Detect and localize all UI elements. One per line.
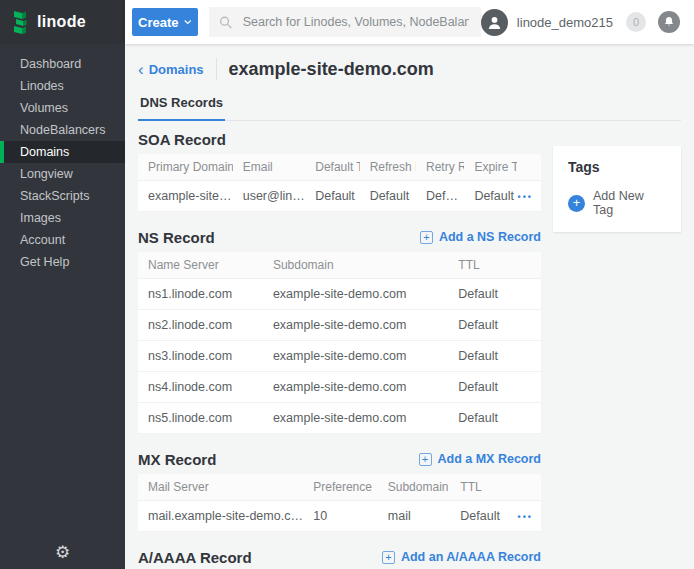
section-title: NS Record <box>138 229 215 246</box>
column-header: TTL <box>450 474 514 501</box>
table-row: ns5.linode.comexample-site-demo.comDefau… <box>138 403 541 434</box>
breadcrumb-back-link[interactable]: ‹ Domains <box>138 61 204 78</box>
brand-logo[interactable]: linode <box>0 0 125 44</box>
search-input[interactable] <box>241 14 471 30</box>
chevron-left-icon: ‹ <box>138 61 144 78</box>
table-cell: example-site-demo.com <box>263 372 448 403</box>
table-cell: Default <box>448 372 541 403</box>
notifications-bell-button[interactable] <box>658 11 680 33</box>
add-a-record-link[interactable]: +Add an A/AAAA Record <box>382 550 541 564</box>
sidebar-item-nodebalancers[interactable]: NodeBalancers <box>0 119 125 141</box>
sidebar-item-longview[interactable]: Longview <box>0 163 125 185</box>
column-header: Expire Time <box>464 154 516 181</box>
plus-square-icon: + <box>382 551 395 564</box>
user-icon <box>486 14 503 31</box>
table-cell: example-site-demo.com <box>138 181 233 212</box>
sidebar-item-volumes[interactable]: Volumes <box>0 97 125 119</box>
breadcrumb: ‹ Domains example-site-demo.com <box>138 56 681 82</box>
ns-record-table: Name ServerSubdomainTTLns1.linode.comexa… <box>138 252 541 434</box>
actions-column-header <box>517 154 541 181</box>
table-cell: Default <box>448 279 541 310</box>
breadcrumb-label: Domains <box>149 62 204 77</box>
sidebar: linode DashboardLinodesVolumesNodeBalanc… <box>0 0 125 569</box>
column-header: Preference <box>303 474 378 501</box>
table-cell: Default <box>448 403 541 434</box>
sidebar-item-dashboard[interactable]: Dashboard <box>0 53 125 75</box>
plus-square-icon: + <box>419 453 432 466</box>
table-cell: Default <box>464 181 516 212</box>
column-header: Default TTL <box>305 154 359 181</box>
column-header: Mail Server <box>138 474 303 501</box>
table-cell: Default <box>450 501 514 532</box>
ns-record-section: NS Record+Add a NS RecordName ServerSubd… <box>138 227 541 434</box>
column-header: Name Server <box>138 252 263 279</box>
table-cell: 10 <box>303 501 378 532</box>
sidebar-item-domains[interactable]: Domains <box>0 141 125 163</box>
table-cell: ns5.linode.com <box>138 403 263 434</box>
linode-logo-icon <box>12 10 30 34</box>
add-record-label: Add a NS Record <box>439 230 541 244</box>
sidebar-item-stackscripts[interactable]: StackScripts <box>0 185 125 207</box>
settings-gear-icon[interactable]: ⚙ <box>0 544 125 561</box>
table-cell: example-site-demo.com <box>263 279 448 310</box>
row-actions-button[interactable]: ••• <box>518 513 533 522</box>
column-header: Refresh Rate <box>360 154 416 181</box>
breadcrumb-divider <box>216 58 217 80</box>
table-cell: mail <box>378 501 451 532</box>
table-row: mail.example-site-demo.com10mailDefault•… <box>138 501 541 532</box>
table-cell: Default <box>448 310 541 341</box>
add-mx-record-link[interactable]: +Add a MX Record <box>419 452 542 466</box>
tab-bar: DNS Records <box>138 93 681 121</box>
user-avatar[interactable] <box>481 9 508 36</box>
table-row: ns2.linode.comexample-site-demo.comDefau… <box>138 310 541 341</box>
a-record-section: A/AAAA Record+Add an A/AAAA RecordHostna… <box>138 547 541 569</box>
tags-panel: Tags + Add New Tag <box>553 146 681 232</box>
column-header: Retry Rate <box>416 154 464 181</box>
add-record-label: Add a MX Record <box>438 452 542 466</box>
table-cell: Default <box>448 341 541 372</box>
table-cell: ns1.linode.com <box>138 279 263 310</box>
column-header: Subdomain <box>263 252 448 279</box>
column-header: Subdomain <box>378 474 451 501</box>
table-cell: Default <box>305 181 359 212</box>
user-area: linode_demo215 0 <box>481 9 680 36</box>
sidebar-item-get-help[interactable]: Get Help <box>0 251 125 273</box>
topbar: Create linode_demo21 <box>125 0 694 44</box>
section-title: MX Record <box>138 451 216 468</box>
add-ns-record-link[interactable]: +Add a NS Record <box>420 230 541 244</box>
record-sections: SOA RecordPrimary DomainEmailDefault TTL… <box>138 129 541 569</box>
table-cell: ns4.linode.com <box>138 372 263 403</box>
main-content: ‹ Domains example-site-demo.com DNS Reco… <box>125 44 694 569</box>
table-row: ns3.linode.comexample-site-demo.comDefau… <box>138 341 541 372</box>
actions-column-header <box>515 474 541 501</box>
table-cell: Default <box>416 181 464 212</box>
soa-record-section: SOA RecordPrimary DomainEmailDefault TTL… <box>138 129 541 212</box>
table-cell: example-site-demo.com <box>263 310 448 341</box>
add-new-tag-button[interactable]: + Add New Tag <box>568 189 666 217</box>
page-title: example-site-demo.com <box>229 59 434 80</box>
section-title: SOA Record <box>138 131 226 148</box>
notification-count-badge[interactable]: 0 <box>626 12 646 32</box>
app-window: linode DashboardLinodesVolumesNodeBalanc… <box>0 0 694 569</box>
tab-dns-records[interactable]: DNS Records <box>138 95 225 121</box>
sidebar-item-linodes[interactable]: Linodes <box>0 75 125 97</box>
tags-title: Tags <box>568 159 666 175</box>
mx-record-table: Mail ServerPreferenceSubdomainTTLmail.ex… <box>138 474 541 532</box>
plus-square-icon: + <box>420 231 433 244</box>
chevron-down-icon <box>184 19 192 25</box>
table-cell: ns2.linode.com <box>138 310 263 341</box>
table-cell: user@linode.com <box>233 181 306 212</box>
table-row: example-site-demo.comuser@linode.comDefa… <box>138 181 541 212</box>
table-cell: example-site-demo.com <box>263 341 448 372</box>
section-title: A/AAAA Record <box>138 549 252 566</box>
plus-circle-icon: + <box>568 195 585 212</box>
row-actions-button[interactable]: ••• <box>518 193 533 202</box>
create-button-label: Create <box>138 15 178 30</box>
table-row: ns1.linode.comexample-site-demo.comDefau… <box>138 279 541 310</box>
username-label[interactable]: linode_demo215 <box>517 15 613 30</box>
create-button[interactable]: Create <box>132 8 198 36</box>
column-header: TTL <box>448 252 541 279</box>
sidebar-item-account[interactable]: Account <box>0 229 125 251</box>
sidebar-nav: DashboardLinodesVolumesNodeBalancersDoma… <box>0 44 125 273</box>
sidebar-item-images[interactable]: Images <box>0 207 125 229</box>
